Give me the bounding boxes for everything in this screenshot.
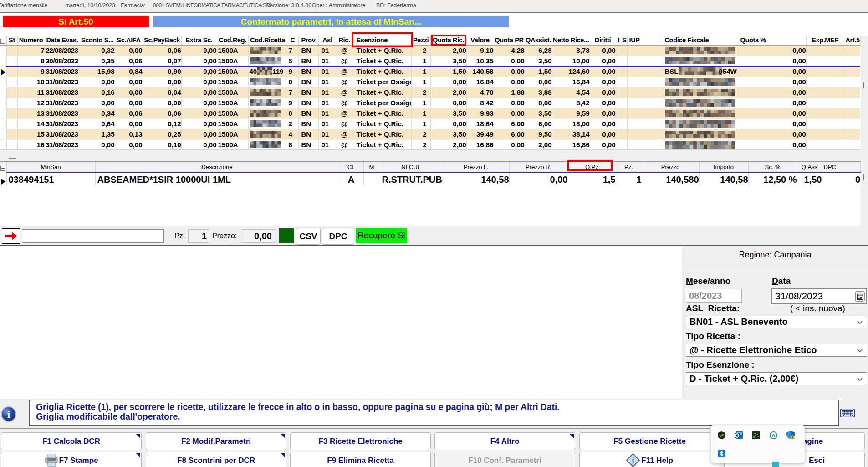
svg-text:e: e xyxy=(772,432,775,439)
svg-text:i: i xyxy=(632,456,634,465)
svg-text:15: 15 xyxy=(858,296,862,300)
svg-text:i: i xyxy=(7,409,10,420)
